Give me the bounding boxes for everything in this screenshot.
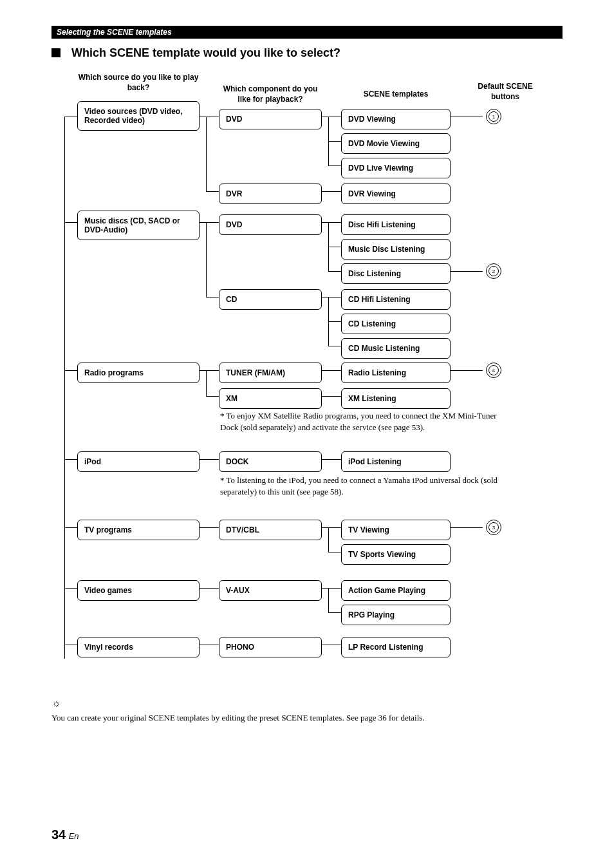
breadcrumb: Selecting the SCENE templates [57, 28, 172, 37]
connector [206, 117, 207, 191]
connector [64, 222, 77, 223]
connector [200, 588, 219, 589]
connector [64, 645, 77, 645]
connector [322, 117, 328, 117]
connector [206, 396, 219, 397]
page-number: 34 En [51, 827, 79, 842]
tmpl-music-disc: Music Disc Listening [341, 239, 451, 259]
connector [328, 271, 341, 272]
col-head-templates: SCENE templates [341, 90, 451, 100]
scene-button-2: 2 [486, 263, 501, 279]
connector [322, 645, 341, 645]
comp-dvr: DVR [219, 184, 322, 204]
tmpl-tv-view: TV Viewing [341, 520, 451, 540]
page-lang: En [69, 831, 79, 841]
connector [328, 588, 341, 589]
connector [328, 247, 341, 247]
connector [200, 645, 219, 645]
connector [328, 588, 329, 612]
connector [206, 297, 219, 297]
page-number-value: 34 [51, 827, 66, 842]
tmpl-xm-listen: XM Listening [341, 388, 451, 409]
comp-cd: CD [219, 289, 322, 310]
connector [328, 222, 341, 223]
connector [322, 396, 341, 397]
connector [328, 165, 341, 166]
section-title: Which SCENE template would you like to s… [51, 46, 563, 60]
tmpl-radio-listen: Radio Listening [341, 363, 451, 383]
connector [206, 370, 207, 396]
tmpl-ipod-listen: iPod Listening [341, 451, 451, 472]
connector [451, 527, 483, 528]
comp-tuner: TUNER (FM/AM) [219, 363, 322, 383]
tmpl-dvd-movie: DVD Movie Viewing [341, 133, 451, 154]
comp-dvd2: DVD [219, 214, 322, 235]
comp-xm: XM [219, 388, 322, 409]
tip-icon: ☼ [51, 697, 61, 708]
connector [322, 191, 341, 192]
tmpl-dvd-view: DVD Viewing [341, 109, 451, 129]
connector [322, 527, 328, 528]
connector [64, 459, 77, 460]
connector [328, 297, 341, 297]
src-video: Video sources (DVD video, Recorded video… [77, 101, 200, 131]
connector [451, 271, 483, 272]
connector [200, 527, 219, 528]
connector [206, 117, 219, 117]
src-vinyl: Vinyl records [77, 637, 200, 657]
header-bar: Selecting the SCENE templates [51, 26, 563, 39]
scene-button-4: 4 [486, 363, 501, 378]
connector [328, 141, 341, 142]
tmpl-dvr-view: DVR Viewing [341, 184, 451, 204]
src-ipod: iPod [77, 451, 200, 472]
tmpl-action-game: Action Game Playing [341, 580, 451, 601]
connector [206, 191, 219, 192]
connector [200, 459, 219, 460]
connector [328, 527, 329, 552]
section-title-text: Which SCENE template would you like to s… [71, 46, 340, 59]
connector [328, 552, 341, 552]
connector [322, 370, 341, 371]
tmpl-cd-music: CD Music Listening [341, 338, 451, 359]
connector [206, 222, 207, 297]
src-radio: Radio programs [77, 363, 200, 383]
comp-vaux: V-AUX [219, 580, 322, 601]
connector [328, 612, 341, 613]
connector [328, 346, 341, 346]
tmpl-dvd-live: DVD Live Viewing [341, 158, 451, 178]
col-head-component: Which component do you like for playback… [219, 84, 322, 104]
tmpl-cd-listen: CD Listening [341, 314, 451, 334]
note-xm: * To enjoy XM Satellite Radio programs, … [220, 410, 510, 433]
connector [206, 370, 219, 371]
comp-phono: PHONO [219, 637, 322, 657]
connector [200, 222, 206, 223]
connector [451, 117, 483, 117]
comp-dock: DOCK [219, 451, 322, 472]
connector [322, 297, 328, 297]
note-ipod: * To listening to the iPod, you need to … [220, 475, 510, 497]
src-music: Music discs (CD, SACD or DVD-Audio) [77, 211, 200, 240]
comp-dvd: DVD [219, 109, 322, 129]
scene-button-3: 3 [486, 520, 501, 535]
flow-diagram: Which source do you like to play back? W… [51, 73, 563, 691]
connector [328, 117, 341, 117]
connector [64, 117, 77, 117]
connector [64, 370, 77, 371]
tmpl-disc-hifi: Disc Hifi Listening [341, 214, 451, 235]
src-tv: TV programs [77, 520, 200, 540]
connector [200, 117, 206, 117]
connector [64, 117, 65, 659]
tip-text: You can create your original SCENE templ… [51, 713, 563, 723]
comp-dtv: DTV/CBL [219, 520, 322, 540]
tmpl-tv-sports: TV Sports Viewing [341, 544, 451, 565]
scene-button-1: 1 [486, 109, 501, 124]
connector [322, 459, 341, 460]
square-bullet-icon [51, 48, 60, 57]
tmpl-rpg: RPG Playing [341, 605, 451, 625]
tmpl-disc-listen: Disc Listening [341, 263, 451, 284]
connector [328, 321, 341, 322]
connector [322, 222, 328, 223]
connector [322, 588, 328, 589]
connector [64, 527, 77, 528]
col-head-buttons: Default SCENE buttons [463, 82, 547, 102]
